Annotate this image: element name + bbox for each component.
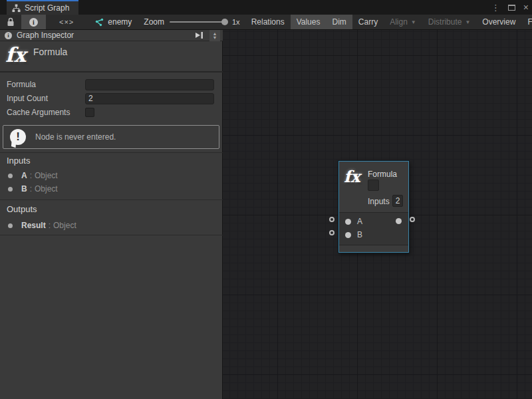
info-icon: i <box>29 18 38 27</box>
breadcrumb-label: enemy <box>108 17 132 27</box>
input-port-icon[interactable] <box>345 232 351 238</box>
input-port-icon[interactable] <box>345 219 351 225</box>
formula-field-row: Formula <box>0 78 223 91</box>
warning-box: ! Node is never entered. <box>3 125 219 149</box>
port-name: B <box>21 184 27 194</box>
port-type: Object <box>35 171 58 180</box>
script-graph-icon <box>12 4 21 13</box>
port-separator: : <box>30 171 32 180</box>
formula-input[interactable] <box>85 79 214 90</box>
port-type: Object <box>53 221 76 230</box>
output-port-icon[interactable] <box>396 218 402 224</box>
connection-point-b-icon[interactable] <box>329 230 334 235</box>
warning-text: Node is never entered. <box>35 132 116 142</box>
port-type: Object <box>35 184 58 194</box>
graph-canvas[interactable]: fx Formula Inputs 2 A B <box>223 30 532 399</box>
connection-point-a-icon[interactable] <box>329 217 334 222</box>
port-dot-icon <box>8 174 13 178</box>
warning-glyph: ! <box>16 130 20 144</box>
tab-script-graph[interactable]: Script Graph <box>7 0 78 15</box>
node-port-row-b: B <box>339 228 408 241</box>
node-formula-input[interactable] <box>368 180 379 191</box>
input-port-b: B : Object <box>0 182 223 196</box>
port-name: A <box>21 171 27 180</box>
inspector-toggle-button[interactable]: i <box>21 15 46 29</box>
cache-arguments-row: Cache Arguments <box>0 106 223 119</box>
breadcrumb[interactable]: enemy <box>87 15 138 29</box>
relations-button[interactable]: Relations <box>245 15 291 29</box>
node-port-label: B <box>357 230 362 239</box>
tab-bar: Script Graph ⋮ × <box>0 0 532 15</box>
output-port-result: Result : Object <box>0 219 223 232</box>
align-label: Align <box>390 17 408 27</box>
node-inputs-label: Inputs <box>368 197 390 206</box>
align-dropdown[interactable]: Align ▼ <box>384 15 422 29</box>
formula-fx-icon: fx <box>5 43 26 66</box>
formula-node[interactable]: fx Formula Inputs 2 A B <box>338 161 409 253</box>
zoom-slider-handle[interactable] <box>221 19 228 25</box>
port-dot-icon <box>8 223 13 228</box>
cache-arguments-label: Cache Arguments <box>0 108 85 117</box>
maximize-icon[interactable] <box>508 5 515 11</box>
info-icon: i <box>5 32 12 39</box>
window-menu-icon[interactable]: ⋮ <box>491 3 500 12</box>
values-button[interactable]: Values <box>291 15 327 29</box>
fx-icon: fx <box>344 167 360 186</box>
formula-field-label: Formula <box>0 80 85 89</box>
scroll-down-icon[interactable]: ▼ <box>213 36 217 39</box>
chevron-down-icon: ▼ <box>411 19 416 25</box>
inspector-title: Graph Inspector <box>17 31 190 40</box>
code-icon: <×> <box>59 18 74 26</box>
node-title-block: fx Formula <box>0 41 223 72</box>
panel-scroll-spinner[interactable]: ▲ ▼ <box>209 30 220 41</box>
lock-icon <box>7 17 15 27</box>
inspector-header: i Graph Inspector ▲ ▼ <box>0 30 223 41</box>
input-count-label: Input Count <box>0 94 85 103</box>
zoom-label: Zoom <box>144 17 164 27</box>
tab-label: Script Graph <box>25 3 69 13</box>
graph-breadcrumb-icon <box>94 18 104 27</box>
node-title: Formula <box>368 170 397 179</box>
node-inputs-count[interactable]: 2 <box>392 195 403 207</box>
graph-toolbar: i <×> enemy Zoom 1x Relations Value <box>0 15 532 30</box>
chevron-down-icon: ▼ <box>465 19 470 25</box>
carry-button[interactable]: Carry <box>352 15 384 29</box>
lock-button[interactable] <box>0 15 21 29</box>
inputs-section-header: Inputs <box>7 156 30 166</box>
port-separator: : <box>49 221 51 230</box>
detach-panel-icon[interactable] <box>194 31 203 39</box>
overview-button[interactable]: Overview <box>476 15 521 29</box>
node-footer <box>339 245 408 252</box>
warning-icon: ! <box>10 129 26 145</box>
input-count-input[interactable] <box>85 93 214 104</box>
script-graph-window: Script Graph ⋮ × i <×> <box>0 0 532 399</box>
connection-point-result-icon[interactable] <box>410 217 415 222</box>
close-icon[interactable]: × <box>523 3 529 12</box>
outputs-section-header: Outputs <box>7 204 37 214</box>
distribute-label: Distribute <box>428 17 462 27</box>
port-dot-icon <box>8 187 13 192</box>
dim-button[interactable]: Dim <box>326 15 352 29</box>
scroll-up-icon[interactable]: ▲ <box>213 32 217 35</box>
zoom-value: 1x <box>232 18 240 26</box>
fullscreen-button[interactable]: Full Screen <box>521 15 532 29</box>
window-controls: ⋮ × <box>491 0 529 15</box>
port-name: Result <box>21 221 46 230</box>
graph-inspector-panel: i Graph Inspector ▲ ▼ fx Formula Formula… <box>0 30 223 399</box>
port-separator: : <box>30 184 32 194</box>
formula-node-header: fx Formula Inputs 2 <box>339 162 408 213</box>
input-port-a: A : Object <box>0 169 223 182</box>
node-port-label: A <box>357 217 362 226</box>
inspector-node-title: Formula <box>33 47 67 57</box>
distribute-dropdown[interactable]: Distribute ▼ <box>422 15 477 29</box>
zoom-slider[interactable] <box>170 21 227 23</box>
zoom-control: Zoom 1x <box>138 15 245 29</box>
cache-arguments-checkbox[interactable] <box>85 108 94 117</box>
input-count-field-row: Input Count <box>0 92 223 105</box>
code-view-button[interactable]: <×> <box>46 15 87 29</box>
